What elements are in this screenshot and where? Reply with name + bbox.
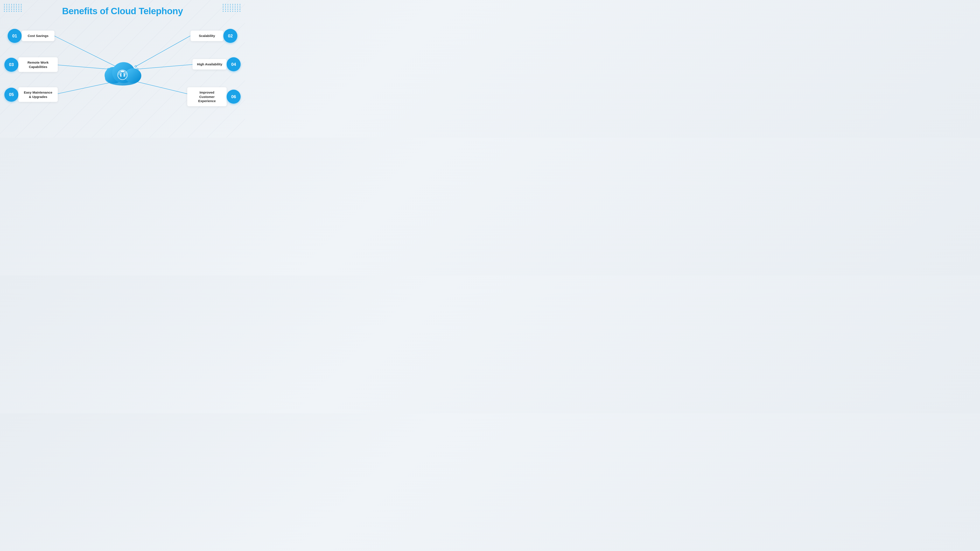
- label-04: High Availability: [192, 59, 227, 70]
- label-05: Easy Maintenance & Upgrades: [18, 87, 58, 102]
- card-01: 01 Cost Savings: [8, 29, 54, 43]
- card-02: Scalability 02: [191, 29, 237, 43]
- svg-point-19: [122, 71, 124, 72]
- diagram-area: 01 Cost Savings 03 Remote Work Capabilit…: [0, 21, 245, 125]
- badge-02: 02: [223, 29, 237, 43]
- svg-line-8: [137, 64, 195, 69]
- badge-06: 06: [227, 90, 240, 104]
- label-01: Cost Savings: [22, 30, 54, 41]
- card-06: Improved Customer Experience 06: [187, 87, 240, 106]
- badge-05: 05: [5, 88, 18, 102]
- title-plain: Benefits of: [62, 6, 111, 16]
- badge-04: 04: [227, 57, 240, 71]
- card-03: 03 Remote Work Capabilities: [5, 57, 58, 72]
- dots-decoration-left: // Generate 40 dots for(let i=0;i<40;i++…: [4, 4, 22, 12]
- svg-line-2: [50, 64, 108, 69]
- card-04: High Availability 04: [192, 57, 240, 71]
- label-06: Improved Customer Experience: [187, 87, 227, 106]
- badge-01: 01: [8, 29, 22, 43]
- label-03: Remote Work Capabilities: [18, 57, 58, 72]
- dots-decoration-right: for(let i=0;i<40;i++){document.write('<d…: [223, 4, 241, 12]
- label-02: Scalability: [191, 30, 223, 41]
- badge-03: 03: [5, 58, 18, 72]
- card-05: 05 Easy Maintenance & Upgrades: [5, 87, 58, 102]
- page-title: Benefits of Cloud Telephony: [0, 0, 245, 16]
- page-wrapper: // Generate 40 dots for(let i=0;i<40;i++…: [0, 0, 245, 138]
- title-highlight: Cloud Telephony: [111, 6, 183, 16]
- cloud-icon: [100, 56, 144, 87]
